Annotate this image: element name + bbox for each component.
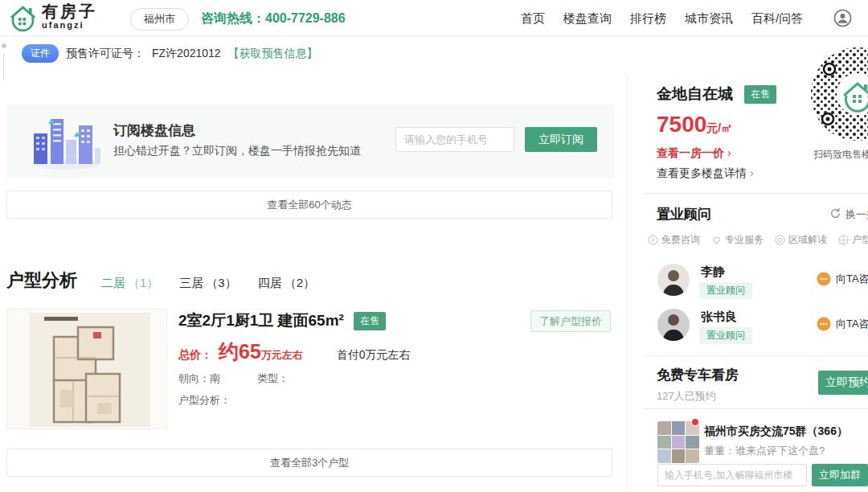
project-header: 金地自在城 在售 bbox=[657, 84, 776, 105]
listing-title: 2室2厅1厨1卫 建面65m² bbox=[178, 310, 344, 331]
agent-card: 张书良 置业顾问 向TA咨询 bbox=[657, 309, 868, 346]
qr-code bbox=[809, 45, 868, 146]
subscribe-title: 订阅楼盘信息 bbox=[113, 121, 195, 140]
header: 有房子 ufangzi 福州市 咨询热线：400-7729-886 首页 楼盘查… bbox=[0, 0, 868, 36]
user-account-icon[interactable] bbox=[833, 9, 852, 31]
agent-card: 李静 置业顾问 向TA咨询 bbox=[657, 264, 868, 301]
listing-status-badge: 在售 bbox=[354, 312, 386, 330]
city-selector[interactable]: 福州市 bbox=[130, 8, 189, 31]
certificate-label: 预售许可证号： bbox=[66, 47, 145, 61]
tag-region-insight: 区域解读 bbox=[775, 233, 827, 247]
project-name: 金地自在城 bbox=[657, 84, 733, 105]
certificate-badge: 证件 bbox=[22, 44, 59, 63]
group-notification-dot bbox=[691, 418, 699, 426]
agent-role-badge: 置业顾问 bbox=[699, 327, 752, 344]
view-all-huxing-bar[interactable]: 查看全部3个户型 bbox=[6, 449, 612, 477]
buildings-illustration-icon bbox=[29, 113, 103, 174]
project-detail-link[interactable]: 查看更多楼盘详情 bbox=[657, 166, 754, 181]
hotline-label: 咨询热线： bbox=[201, 11, 265, 25]
nav-item-news[interactable]: 城市资讯 bbox=[685, 11, 733, 27]
agent-avatar bbox=[657, 309, 690, 341]
join-group-button[interactable]: 立即加群 bbox=[812, 464, 868, 486]
target-circle-icon bbox=[775, 235, 785, 245]
nav-item-ranking[interactable]: 排行榜 bbox=[630, 11, 666, 27]
project-price-value: 7500 bbox=[657, 112, 706, 137]
ask-agent-button[interactable]: 向TA咨询 bbox=[817, 272, 868, 286]
brand-subtitle: ufangzi bbox=[42, 20, 97, 30]
floorplan-image[interactable] bbox=[6, 309, 167, 429]
ask-agent-button[interactable]: 向TA咨询 bbox=[817, 317, 868, 331]
get-presale-info-link[interactable]: 【获取预售信息】 bbox=[228, 47, 318, 61]
group-title: 福州市买房交流75群（366） bbox=[704, 424, 848, 439]
certificate-number: FZ许2021012 bbox=[152, 47, 221, 61]
certificate-row: 证件 预售许可证号： FZ许2021012 【获取预售信息】 bbox=[22, 44, 318, 63]
huxing-report-button[interactable]: 了解户型报价 bbox=[530, 310, 611, 332]
agent-avatar bbox=[657, 264, 690, 296]
price-suffix: 万元左右 bbox=[261, 348, 303, 363]
advisor-service-tags: 免费咨询 专业服务 区域解读 户型解读 bbox=[648, 233, 868, 247]
chat-icon bbox=[817, 317, 831, 331]
project-price: 7500 元/㎡ bbox=[657, 112, 732, 137]
listing-orientation: 朝向：南 bbox=[178, 371, 220, 386]
agent-role-badge: 置业顾问 bbox=[699, 282, 752, 299]
agent-name: 李静 bbox=[701, 264, 725, 280]
group-last-message: 董董：谁来点评下这个盘? bbox=[704, 444, 825, 458]
hotline: 咨询热线：400-7729-886 bbox=[201, 10, 346, 27]
car-booked-count: 127人已预约 bbox=[657, 389, 716, 404]
tab-four-room[interactable]: 四居（2） bbox=[258, 276, 315, 291]
refresh-icon bbox=[829, 207, 841, 222]
nav-item-wiki[interactable]: 百科/问答 bbox=[751, 11, 803, 27]
sidebar-divider bbox=[643, 355, 868, 356]
price-value: 约65 bbox=[219, 338, 261, 365]
nav-item-search[interactable]: 楼盘查询 bbox=[563, 11, 612, 27]
advisor-section-title: 置业顾问 bbox=[657, 205, 711, 223]
project-price-unit: 元/㎡ bbox=[706, 121, 732, 136]
agent-name: 张书良 bbox=[701, 310, 737, 325]
phone-input[interactable] bbox=[395, 127, 514, 152]
huxing-tabs: 二居（1） 三居（3） 四居（2） bbox=[101, 276, 315, 291]
group-avatar-grid bbox=[657, 421, 699, 463]
compass-circle-icon bbox=[838, 235, 849, 245]
brand-wordmark[interactable]: 有房子 ufangzi bbox=[42, 2, 97, 30]
page: 有房子 ufangzi 福州市 咨询热线：400-7729-886 首页 楼盘查… bbox=[0, 0, 868, 492]
listing-analysis-label: 户型分析： bbox=[178, 393, 231, 408]
car-section-title: 免费专车看房 bbox=[657, 366, 739, 384]
view-all-dynamics-bar[interactable]: 查看全部60个动态 bbox=[6, 191, 612, 219]
refresh-advisors[interactable]: 换一批 bbox=[829, 207, 868, 222]
tag-pro-service: 专业服务 bbox=[711, 233, 764, 247]
qr-caption: 扫码致电售楼处 bbox=[813, 148, 868, 162]
huxing-section-title: 户型分析 bbox=[6, 269, 77, 293]
hotline-number: 400-7729-886 bbox=[265, 11, 346, 25]
downpayment: 首付0万元左右 bbox=[337, 348, 411, 363]
book-car-button[interactable]: 立即预约 bbox=[818, 371, 868, 395]
tag-free-consult: 免费咨询 bbox=[648, 233, 700, 247]
timeline-line bbox=[3, 53, 4, 80]
chat-icon bbox=[817, 272, 831, 286]
tab-two-room[interactable]: 二居（1） bbox=[101, 276, 158, 291]
refresh-label: 换一批 bbox=[845, 207, 868, 222]
brand-logo-icon bbox=[8, 3, 38, 37]
project-status-badge: 在售 bbox=[744, 85, 776, 104]
main-nav: 首页 楼盘查询 排行榜 城市资讯 百科/问答 bbox=[521, 11, 803, 27]
subscribe-subtitle: 担心错过开盘？立即订阅，楼盘一手情报抢先知道 bbox=[113, 144, 361, 158]
sidebar-divider bbox=[643, 408, 868, 409]
subscribe-button[interactable]: 立即订阅 bbox=[525, 127, 597, 152]
column-divider bbox=[627, 74, 628, 492]
sidebar-divider bbox=[643, 193, 868, 194]
price-list-link[interactable]: 查看一房一价 bbox=[657, 146, 731, 161]
tab-three-room[interactable]: 三居（3） bbox=[179, 276, 236, 291]
group-phone-input[interactable] bbox=[657, 464, 807, 486]
subscribe-banner: 订阅楼盘信息 担心错过开盘？立即订阅，楼盘一手情报抢先知道 立即订阅 bbox=[6, 105, 614, 178]
nav-item-home[interactable]: 首页 bbox=[521, 11, 545, 27]
yen-circle-icon bbox=[648, 235, 658, 245]
listing-title-row: 2室2厅1厨1卫 建面65m² 在售 bbox=[178, 310, 386, 331]
listing-type-label: 类型： bbox=[257, 371, 289, 386]
brand-title: 有房子 bbox=[42, 2, 97, 20]
heart-icon bbox=[711, 235, 722, 245]
listing-price-row: 总价： 约65 万元左右 首付0万元左右 bbox=[178, 338, 411, 365]
price-label: 总价： bbox=[178, 348, 212, 363]
timeline-dot bbox=[2, 43, 6, 48]
tag-huxing-insight: 户型解读 bbox=[838, 233, 868, 247]
